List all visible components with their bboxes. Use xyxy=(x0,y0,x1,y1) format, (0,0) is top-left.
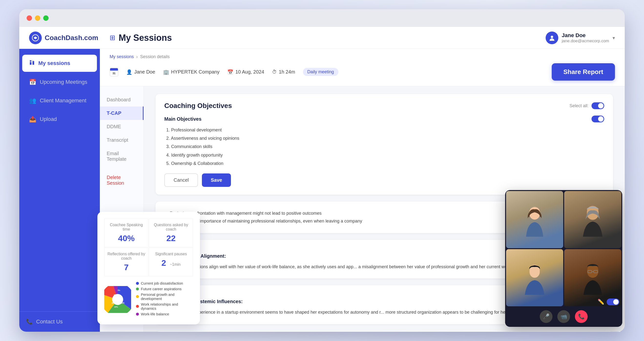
browser-close-button[interactable] xyxy=(26,16,32,21)
end-call-button[interactable]: 📞 xyxy=(575,310,588,323)
chart-area: 35% 25% 20% 15% 5% Current job dissatisf… xyxy=(104,281,193,317)
svg-rect-2 xyxy=(30,62,32,65)
video-overlay: 🎤 📹 📞 ✏️ xyxy=(505,190,622,327)
session-meta: 31 👤 Jane Doe 🏢 HYPERTEK Company 📅 xyxy=(110,63,615,81)
contact-us-button[interactable]: 📞 Contact Us xyxy=(19,311,100,332)
main-objectives-title: Main Objectives xyxy=(164,116,604,122)
legend-dot-blue xyxy=(136,282,139,285)
header-title-area: ⊞ My Sessions xyxy=(110,33,546,43)
pie-chart: 35% 25% 20% 15% 5% xyxy=(104,286,131,313)
legend-item: Work relationships and dynamics xyxy=(136,302,193,310)
reflections-cell: Reflections offered by coach 7 xyxy=(104,248,148,276)
user-info: Jane Doe jane.doe@acmecorp.com xyxy=(562,32,609,44)
session-company-name: HYPERTEK Company xyxy=(171,69,220,75)
reflections-label: Reflections offered by coach xyxy=(108,252,145,261)
questions-asked-cell: Questions asked by coach 22 xyxy=(149,219,193,247)
cbpa-card: Cognitive-Behavioral Patterns Analysis (… xyxy=(156,331,613,332)
user-email: jane.doe@acmecorp.com xyxy=(562,39,609,44)
significant-pauses-suffix: ~1min xyxy=(170,262,181,266)
grid-icon: ⊞ xyxy=(110,34,115,42)
legend-label: Work-life balance xyxy=(141,312,169,316)
legend-dot-yellow xyxy=(136,295,139,298)
legend-item: Current job dissatisfaction xyxy=(136,281,193,285)
svg-text:15%: 15% xyxy=(114,306,118,308)
sidebar-label-my-sessions: My sessions xyxy=(38,60,70,67)
coachee-speaking-time-label: Coachee Speaking time xyxy=(108,223,145,232)
significant-pauses-cell: Significant pauses 2 ~1min xyxy=(149,248,193,276)
browser-window: CoachDash.com ⊞ My Sessions Jane Doe jan… xyxy=(19,9,625,332)
legend-item: Personal growth and development xyxy=(136,292,193,301)
legend-label: Personal growth and development xyxy=(141,292,193,301)
sidebar-item-upload[interactable]: 📤 Upload xyxy=(22,111,97,128)
video-toggle[interactable] xyxy=(607,298,619,305)
session-header: My sessions › Session details 31 👤 Jane … xyxy=(100,49,625,86)
svg-point-1 xyxy=(551,36,553,38)
session-duration-value: 1h 24m xyxy=(279,69,295,75)
user-name: Jane Doe xyxy=(562,32,609,39)
sidebar-label-upload: Upload xyxy=(40,116,57,122)
video-cell-asian-woman xyxy=(506,249,563,306)
sidebar-item-client-management[interactable]: 👥 Client Management xyxy=(22,92,97,109)
legend-label: Current job dissatisfaction xyxy=(141,281,183,285)
list-item: 2. Assertiveness and voicing opinions xyxy=(166,134,604,142)
main-objectives-toggle[interactable] xyxy=(592,116,604,122)
nav-item-ddme[interactable]: DDME xyxy=(100,120,144,133)
svg-rect-5 xyxy=(32,60,33,61)
select-all-area: Select all: xyxy=(570,102,604,109)
share-report-button[interactable]: Share Report xyxy=(552,63,615,81)
people-icon: 👥 xyxy=(29,97,36,104)
svg-text:35%: 35% xyxy=(114,294,118,296)
nav-item-tcap[interactable]: T-CAP xyxy=(100,107,144,120)
sidebar-item-upcoming-meetings[interactable]: 📅 Upcoming Meetings xyxy=(22,74,97,90)
browser-minimize-button[interactable] xyxy=(35,16,40,21)
select-all-toggle[interactable] xyxy=(592,102,604,109)
pencil-icon[interactable]: ✏️ xyxy=(598,299,604,305)
nav-item-dashboard[interactable]: Dashboard xyxy=(100,93,144,107)
video-cell-man-gray xyxy=(564,191,621,248)
save-button[interactable]: Save xyxy=(202,173,231,187)
chevron-down-icon[interactable]: ▾ xyxy=(612,35,615,41)
session-duration: ⏱ 1h 24m xyxy=(272,69,295,75)
legend-item: Future career aspirations xyxy=(136,287,193,291)
nav-item-email-template[interactable]: Email Template xyxy=(100,147,144,166)
svg-rect-3 xyxy=(32,61,34,65)
main-layout: My sessions 📅 Upcoming Meetings 👥 Client… xyxy=(19,49,625,332)
breadcrumb-separator: › xyxy=(136,54,138,59)
video-edit-area: ✏️ xyxy=(598,298,619,305)
logo-text: CoachDash.com xyxy=(45,34,98,42)
list-item: 3. Communication skills xyxy=(166,142,604,151)
meeting-type-badge: Daily meeting xyxy=(303,68,338,76)
list-item: 1. Professional development xyxy=(166,126,604,134)
user-icon: 👤 xyxy=(126,69,132,75)
coachee-speaking-time-value: 40% xyxy=(108,233,145,243)
person-silhouette xyxy=(520,261,549,295)
video-controls: 🎤 📹 📞 xyxy=(505,307,622,326)
sidebar-item-my-sessions[interactable]: My sessions xyxy=(22,55,97,72)
stats-card: Coachee Speaking time 40% Questions aske… xyxy=(98,212,200,324)
person-silhouette xyxy=(578,202,608,237)
browser-maximize-button[interactable] xyxy=(43,16,48,21)
nav-item-transcript[interactable]: Transcript xyxy=(100,133,144,147)
svg-rect-4 xyxy=(30,60,32,62)
person-silhouette xyxy=(520,202,549,237)
coaching-objectives-card: Coaching Objectives Select all: Main Obj… xyxy=(156,94,613,195)
chart-legend: Current job dissatisfaction Future caree… xyxy=(136,281,193,317)
session-user-name: Jane Doe xyxy=(134,69,155,75)
top-header: CoachDash.com ⊞ My Sessions Jane Doe jan… xyxy=(19,27,625,49)
session-user: 👤 Jane Doe xyxy=(126,69,155,75)
delete-session-button[interactable]: Delete Session xyxy=(100,171,144,190)
mic-button[interactable]: 🎤 xyxy=(540,310,552,323)
reflections-value: 7 xyxy=(108,263,145,272)
breadcrumb-parent[interactable]: My sessions xyxy=(110,54,134,59)
questions-asked-value: 22 xyxy=(152,233,190,243)
select-all-label: Select all: xyxy=(570,103,588,109)
legend-item: Work-life balance xyxy=(136,312,193,316)
phone-icon: 📞 xyxy=(26,318,33,325)
camera-button[interactable]: 📹 xyxy=(557,310,570,323)
cancel-button[interactable]: Cancel xyxy=(164,173,198,187)
avatar xyxy=(546,32,558,44)
sidebar-label-client-management: Client Management xyxy=(40,98,86,104)
video-grid xyxy=(505,190,622,307)
logo-icon xyxy=(29,32,42,44)
legend-label: Work relationships and dynamics xyxy=(141,302,193,310)
